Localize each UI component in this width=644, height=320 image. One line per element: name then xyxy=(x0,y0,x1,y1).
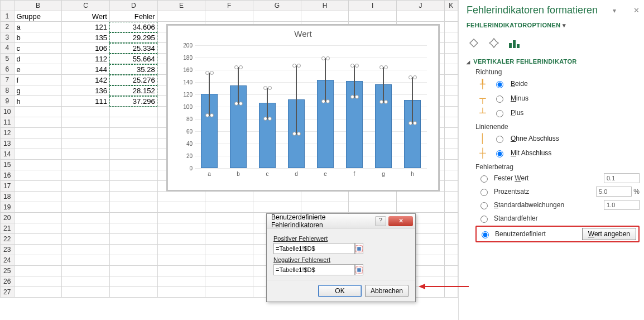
cell-D7[interactable]: 25.276 xyxy=(109,75,157,85)
pane-close-button[interactable]: ✕ xyxy=(633,6,640,15)
stdev-input[interactable] xyxy=(604,200,640,210)
row-header-15[interactable]: 15 xyxy=(1,160,15,170)
cell-G18[interactable] xyxy=(253,192,301,202)
cell-E21[interactable] xyxy=(157,223,205,234)
cell-D1[interactable]: Fehler xyxy=(109,11,157,22)
dialog-titlebar[interactable]: Benutzerdefinierte Fehlerindikatoren ? ✕ xyxy=(267,214,415,228)
dialog-help-button[interactable]: ? xyxy=(375,216,386,226)
cell-I18[interactable] xyxy=(349,192,397,202)
chart-plot-area[interactable] xyxy=(195,45,427,168)
cell-F19[interactable] xyxy=(205,202,253,213)
cell-K10[interactable] xyxy=(444,107,458,117)
cell-K23[interactable] xyxy=(444,245,458,255)
cell-C14[interactable] xyxy=(62,149,110,160)
cell-F26[interactable] xyxy=(205,276,253,287)
error-bar-h[interactable] xyxy=(412,77,413,123)
cell-K17[interactable] xyxy=(444,181,458,192)
cell-C26[interactable] xyxy=(62,276,110,287)
cell-K21[interactable] xyxy=(444,223,458,234)
dialog-close-button[interactable]: ✕ xyxy=(388,216,413,226)
fixed-value-radio[interactable] xyxy=(480,175,488,183)
cell-B7[interactable]: f xyxy=(14,75,62,85)
row-header-26[interactable]: 26 xyxy=(1,276,15,287)
cell-K22[interactable] xyxy=(444,234,458,245)
cell-D27[interactable] xyxy=(109,287,157,298)
cell-F25[interactable] xyxy=(205,266,253,276)
row-header-8[interactable]: 8 xyxy=(1,85,15,96)
pane-subtitle[interactable]: FEHLERINDIKATOROPTIONEN ▾ xyxy=(467,22,640,29)
stderr-radio[interactable] xyxy=(480,216,488,223)
row-header-18[interactable]: 18 xyxy=(1,192,15,202)
cell-K4[interactable] xyxy=(444,43,458,54)
cell-D9[interactable]: 37.296 xyxy=(109,96,157,107)
cell-G19[interactable] xyxy=(253,202,301,213)
corner-cell[interactable] xyxy=(1,1,15,11)
cell-F24[interactable] xyxy=(205,255,253,266)
row-header-25[interactable]: 25 xyxy=(1,266,15,276)
error-bar-g[interactable] xyxy=(383,67,384,102)
cell-B5[interactable]: d xyxy=(14,54,62,64)
col-header-D[interactable]: D xyxy=(109,1,157,11)
error-bar-e[interactable] xyxy=(325,58,326,102)
cell-B23[interactable] xyxy=(14,245,62,255)
cell-B12[interactable] xyxy=(14,128,62,138)
row-header-2[interactable]: 2 xyxy=(1,22,15,32)
cell-F20[interactable] xyxy=(205,213,253,223)
ok-button[interactable]: OK xyxy=(318,285,362,297)
direction-plus-radio[interactable] xyxy=(496,110,503,117)
cell-D4[interactable]: 25.334 xyxy=(109,43,157,54)
effects-tab-icon[interactable] xyxy=(488,37,500,49)
cell-E26[interactable] xyxy=(157,276,205,287)
cell-B8[interactable]: g xyxy=(14,85,62,96)
cell-F22[interactable] xyxy=(205,234,253,245)
cell-F27[interactable] xyxy=(205,287,253,298)
cell-F1[interactable] xyxy=(205,11,253,22)
cell-B17[interactable] xyxy=(14,181,62,192)
stdev-radio[interactable] xyxy=(480,202,488,209)
col-header-J[interactable]: J xyxy=(397,1,445,11)
pane-dropdown-icon[interactable]: ▾ xyxy=(613,7,618,15)
specify-value-button[interactable]: Wert angeben xyxy=(582,228,636,240)
error-bar-b[interactable] xyxy=(238,67,239,103)
cell-F23[interactable] xyxy=(205,245,253,255)
cell-K1[interactable] xyxy=(444,11,458,22)
cell-K19[interactable] xyxy=(444,202,458,213)
cell-K18[interactable] xyxy=(444,192,458,202)
row-header-27[interactable]: 27 xyxy=(1,287,15,298)
cell-D6[interactable]: 35.28 xyxy=(109,64,157,75)
cell-G1[interactable] xyxy=(253,11,301,22)
cell-C11[interactable] xyxy=(62,117,110,128)
cell-D3[interactable]: 29.295 xyxy=(109,32,157,43)
cell-K16[interactable] xyxy=(444,170,458,181)
col-header-H[interactable]: H xyxy=(301,1,349,11)
cell-K7[interactable] xyxy=(444,75,458,85)
cell-I19[interactable] xyxy=(349,202,397,213)
row-header-17[interactable]: 17 xyxy=(1,181,15,192)
cell-D17[interactable] xyxy=(109,181,157,192)
positive-error-range-picker[interactable] xyxy=(355,243,363,254)
error-bar-d[interactable] xyxy=(296,65,297,133)
cell-J19[interactable] xyxy=(397,202,445,213)
cell-D22[interactable] xyxy=(109,234,157,245)
cell-H1[interactable] xyxy=(301,11,349,22)
cell-B1[interactable]: Gruppe xyxy=(14,11,62,22)
cell-B20[interactable] xyxy=(14,213,62,223)
cell-C21[interactable] xyxy=(62,223,110,234)
cell-K15[interactable] xyxy=(444,160,458,170)
cell-C23[interactable] xyxy=(62,245,110,255)
cell-B24[interactable] xyxy=(14,255,62,266)
cell-E19[interactable] xyxy=(157,202,205,213)
cell-D18[interactable] xyxy=(109,192,157,202)
row-header-14[interactable]: 14 xyxy=(1,149,15,160)
cell-C6[interactable]: 144 xyxy=(62,64,110,75)
cell-E23[interactable] xyxy=(157,245,205,255)
cell-C15[interactable] xyxy=(62,160,110,170)
cell-E24[interactable] xyxy=(157,255,205,266)
cell-C22[interactable] xyxy=(62,234,110,245)
row-header-1[interactable]: 1 xyxy=(1,11,15,22)
negative-error-input[interactable] xyxy=(273,264,355,275)
cell-D2[interactable]: 34.606 xyxy=(109,22,157,32)
row-header-20[interactable]: 20 xyxy=(1,213,15,223)
cell-D21[interactable] xyxy=(109,223,157,234)
negative-error-range-picker[interactable] xyxy=(355,264,363,275)
